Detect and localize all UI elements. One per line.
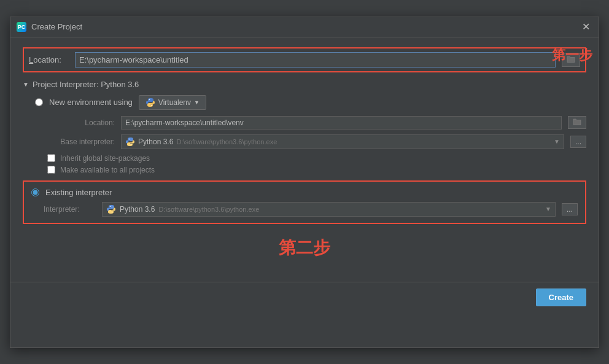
interpreter-section: ▼ Project Interpreter: Python 3.6 New en… [23, 80, 586, 224]
existing-interpreter-value: Python 3.6 [120, 205, 155, 214]
bottom-bar: Create [10, 282, 599, 312]
collapse-arrow-icon[interactable]: ▼ [23, 81, 29, 88]
section-header: ▼ Project Interpreter: Python 3.6 [23, 80, 586, 89]
base-interpreter-dropdown[interactable]: Python 3.6 D:\software\python3.6\python.… [121, 134, 564, 149]
virtualenv-label: Virtualenv [158, 98, 191, 107]
existing-python-icon [106, 204, 116, 214]
new-env-form: Location: E:\pycharm-workspace\untitled\… [23, 116, 586, 149]
create-button[interactable]: Create [536, 288, 586, 306]
dialog-title: Create Project [31, 22, 82, 31]
new-env-location-label: Location: [47, 118, 115, 127]
existing-interpreter-path: D:\software\python3.6\python.exe [158, 206, 259, 213]
new-env-location-row: Location: E:\pycharm-workspace\untitled\… [47, 116, 586, 130]
section-header-label: Project Interpreter: Python 3.6 [33, 80, 139, 89]
existing-interpreter-label: Existing interpreter [45, 188, 112, 197]
step2-label: 第二步 [23, 236, 586, 260]
base-interpreter-row: Base interpreter: Python 3.6 D:\software… [47, 134, 586, 149]
location-section: Location: [23, 47, 586, 72]
new-env-location-value: E:\pycharm-workspace\untitled\venv [125, 118, 244, 127]
new-env-location-folder-btn[interactable] [568, 116, 586, 129]
base-interpreter-label: Base interpreter: [47, 137, 115, 146]
new-environment-radio[interactable] [35, 98, 43, 106]
base-interpreter-path: D:\software\python3.6\python.exe [176, 138, 277, 145]
virtualenv-dropdown[interactable]: Virtualenv ▼ [139, 95, 206, 110]
close-button[interactable]: ✕ [580, 21, 592, 33]
existing-interpreter-row: Existing interpreter [31, 188, 578, 197]
dialog-content: Location: 第一步 ▼ Project Interpreter: Pyt… [10, 37, 599, 276]
svg-point-5 [112, 211, 112, 212]
interpreter-field-label: Interpreter: [44, 205, 96, 214]
step1-label: 第一步 [552, 46, 592, 64]
base-interpreter-dots-btn[interactable]: ... [570, 136, 586, 148]
existing-interpreter-arrow-icon: ▼ [545, 206, 551, 212]
new-environment-row: New environment using [23, 95, 586, 110]
svg-point-2 [129, 138, 130, 139]
svg-point-3 [131, 144, 131, 144]
base-interpreter-arrow-icon: ▼ [554, 138, 560, 145]
make-available-checkbox-row: Make available to all projects [23, 166, 586, 174]
base-interpreter-value: Python 3.6 [138, 137, 173, 146]
existing-interpreter-radio[interactable] [31, 188, 39, 196]
make-available-checkbox[interactable] [47, 166, 55, 174]
interpreter-row: Interpreter: Python 3.6 D:\software\pyth… [31, 202, 578, 217]
create-project-dialog: PC Create Project ✕ Location: 第一步 ▼ [10, 17, 599, 348]
interpreter-dropdown-left: Python 3.6 D:\software\python3.6\python.… [106, 204, 259, 214]
svg-point-4 [110, 206, 111, 206]
virtualenv-arrow-icon: ▼ [194, 99, 200, 106]
pycharm-icon: PC [17, 22, 26, 32]
inherit-checkbox-row: Inherit global site-packages [23, 154, 586, 163]
base-python-icon [125, 137, 135, 147]
svg-point-0 [149, 99, 150, 99]
svg-point-1 [151, 104, 152, 105]
inherit-checkbox[interactable] [47, 154, 55, 162]
virtualenv-python-icon [145, 98, 155, 107]
title-bar-left: PC Create Project [17, 22, 82, 32]
existing-interpreter-dropdown[interactable]: Python 3.6 D:\software\python3.6\python.… [102, 202, 556, 217]
location-label: Location: [29, 55, 69, 64]
new-env-location-input[interactable]: E:\pycharm-workspace\untitled\venv [121, 116, 562, 130]
existing-interpreter-section: Existing interpreter Interpreter: Py [23, 180, 586, 224]
inherit-label: Inherit global site-packages [60, 154, 150, 163]
new-environment-label: New environment using [49, 98, 133, 107]
existing-interpreter-dots-btn[interactable]: ... [562, 203, 578, 215]
title-bar: PC Create Project ✕ [10, 17, 599, 37]
location-input[interactable] [75, 52, 556, 68]
make-available-label: Make available to all projects [60, 166, 155, 174]
